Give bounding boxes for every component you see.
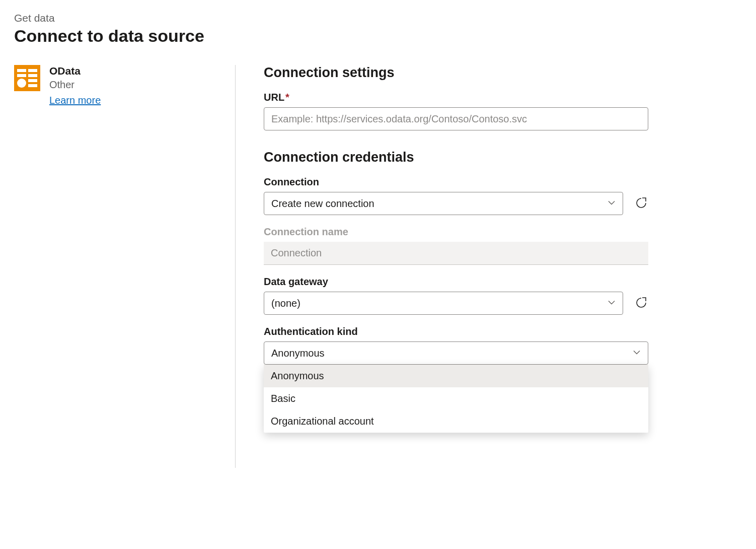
svg-rect-1 bbox=[17, 69, 26, 72]
connector-category: Other bbox=[49, 79, 101, 91]
chevron-down-icon bbox=[608, 298, 616, 309]
learn-more-link[interactable]: Learn more bbox=[49, 95, 101, 106]
auth-option-basic[interactable]: Basic bbox=[264, 387, 648, 410]
data-gateway-select[interactable]: (none) bbox=[264, 292, 623, 315]
odata-connector-icon bbox=[14, 65, 40, 91]
authentication-kind-dropdown: Anonymous Basic Organizational account bbox=[264, 365, 648, 433]
connection-name-input bbox=[264, 242, 648, 265]
connector-name: OData bbox=[49, 65, 101, 77]
required-indicator: * bbox=[285, 92, 289, 103]
auth-option-organizational[interactable]: Organizational account bbox=[264, 410, 648, 433]
data-gateway-label: Data gateway bbox=[264, 276, 648, 288]
refresh-icon bbox=[635, 297, 647, 310]
connection-select[interactable]: Create new connection bbox=[264, 192, 623, 215]
breadcrumb: Get data bbox=[14, 12, 742, 24]
main-panel: Connection settings URL* Connection cred… bbox=[236, 65, 648, 468]
svg-rect-0 bbox=[14, 65, 40, 91]
url-label: URL* bbox=[264, 92, 648, 103]
svg-rect-4 bbox=[28, 74, 37, 77]
sidebar: OData Other Learn more bbox=[14, 65, 236, 468]
connection-settings-heading: Connection settings bbox=[264, 65, 648, 81]
connector-card: OData Other Learn more bbox=[14, 65, 223, 106]
refresh-icon bbox=[635, 197, 647, 211]
refresh-connection-button[interactable] bbox=[634, 196, 648, 211]
svg-rect-5 bbox=[28, 79, 37, 82]
chevron-down-icon bbox=[608, 198, 616, 210]
connection-label: Connection bbox=[264, 176, 648, 188]
auth-option-anonymous[interactable]: Anonymous bbox=[264, 365, 648, 387]
refresh-gateway-button[interactable] bbox=[634, 296, 648, 310]
connection-name-label: Connection name bbox=[264, 226, 648, 238]
url-input[interactable] bbox=[264, 107, 648, 130]
authentication-kind-select[interactable]: Anonymous bbox=[264, 341, 648, 365]
svg-point-7 bbox=[17, 79, 26, 88]
svg-rect-6 bbox=[28, 84, 37, 87]
svg-rect-3 bbox=[17, 74, 26, 77]
connection-credentials-heading: Connection credentials bbox=[264, 150, 648, 165]
chevron-down-icon bbox=[633, 348, 641, 359]
page-title: Connect to data source bbox=[14, 26, 742, 46]
authentication-kind-label: Authentication kind bbox=[264, 326, 648, 337]
svg-rect-2 bbox=[28, 69, 37, 72]
